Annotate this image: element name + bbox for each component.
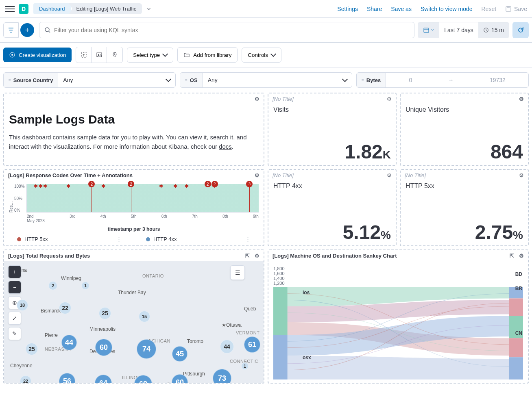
map-cluster-bubble[interactable]: 18 bbox=[17, 299, 28, 311]
link-icon[interactable]: ⇱ bbox=[245, 253, 250, 259]
expand-button[interactable]: ⤢ bbox=[8, 312, 21, 325]
kql-input[interactable] bbox=[54, 27, 409, 33]
add-from-library-button[interactable]: Add from library bbox=[177, 47, 238, 63]
legend-4xx[interactable]: HTTP 4xx bbox=[146, 236, 177, 242]
metric-label: Visits bbox=[273, 106, 391, 113]
map-cluster-bubble[interactable]: 25 bbox=[26, 343, 38, 355]
map-cluster-bubble[interactable]: 60 bbox=[95, 339, 112, 356]
legend-5xx[interactable]: HTTP 5xx bbox=[17, 236, 48, 242]
sankey-dest-bd: BD bbox=[515, 271, 522, 277]
map-cluster-bubble[interactable]: 56 bbox=[59, 373, 75, 383]
docs-link[interactable]: docs bbox=[219, 143, 232, 150]
metric-value: 864 bbox=[406, 142, 523, 162]
map-cluster-bubble[interactable]: 44 bbox=[220, 340, 234, 353]
switch-view-link[interactable]: Switch to view mode bbox=[421, 6, 473, 12]
save-button[interactable]: Save bbox=[505, 6, 527, 12]
svg-rect-15 bbox=[509, 298, 523, 316]
app-logo[interactable]: D bbox=[19, 4, 28, 14]
control-value[interactable]: Any bbox=[58, 73, 175, 87]
map-city-label: Toronto bbox=[187, 338, 203, 344]
link-icon[interactable]: ⇱ bbox=[510, 253, 514, 259]
map-canvas[interactable]: + − ⊕ ⤢ ✎ ☰ ONTARIOMICHIGANVERMONTCONNEC… bbox=[4, 261, 264, 383]
chevron-down-icon bbox=[166, 77, 170, 83]
refresh-button[interactable] bbox=[512, 22, 529, 38]
control-label: Source Country bbox=[4, 73, 58, 87]
map-cluster-bubble[interactable]: 1 bbox=[81, 282, 89, 290]
gear-icon[interactable]: ⚙ bbox=[255, 253, 259, 259]
map-cluster-bubble[interactable]: 1 bbox=[241, 362, 249, 370]
control-bytes[interactable]: Bytes 0 → 19732 bbox=[356, 72, 529, 88]
map-city-label: Québ bbox=[244, 306, 256, 312]
chevron-down-icon bbox=[271, 52, 275, 58]
gear-icon[interactable]: ⚙ bbox=[519, 253, 524, 259]
breadcrumb-dashboard[interactable]: Dashboard bbox=[33, 3, 71, 14]
control-os[interactable]: OS Any bbox=[180, 72, 352, 88]
folder-icon bbox=[183, 52, 190, 58]
share-link[interactable]: Share bbox=[367, 6, 382, 12]
select-type-button[interactable]: Select type bbox=[127, 48, 173, 63]
plot-area: ✱✱✱ ✱ 2 ✱ 2 ✱ ✱ ✱ 2 2 ✱ 3 ✱ bbox=[26, 184, 259, 213]
panel-http-5xx: [No Title]⚙ HTTP 5xx 2.75% bbox=[400, 169, 529, 246]
map-city-label: Bismarck bbox=[41, 308, 61, 314]
controls-button[interactable]: Controls bbox=[242, 48, 281, 63]
filter-toggle[interactable] bbox=[3, 22, 19, 38]
svg-point-6 bbox=[11, 54, 13, 56]
control-value[interactable]: Any bbox=[203, 73, 352, 87]
date-picker[interactable]: Last 7 days 15 m bbox=[418, 22, 509, 38]
calendar-icon[interactable] bbox=[418, 22, 439, 38]
nav-menu-toggle[interactable] bbox=[5, 4, 15, 14]
gear-icon[interactable]: ⚙ bbox=[519, 96, 524, 102]
map-cluster-bubble[interactable]: 22 bbox=[59, 302, 71, 314]
add-text-icon[interactable]: T bbox=[76, 47, 92, 63]
gear-icon[interactable]: ⚙ bbox=[387, 172, 392, 178]
map-region-label: VERMONT bbox=[236, 330, 260, 335]
map-cluster-bubble[interactable]: 2 bbox=[48, 281, 57, 290]
gear-icon[interactable]: ⚙ bbox=[255, 96, 259, 102]
refresh-interval[interactable]: 15 m bbox=[478, 22, 509, 38]
map-cluster-bubble[interactable]: 45 bbox=[172, 346, 188, 362]
svg-point-10 bbox=[98, 54, 99, 55]
save-as-link[interactable]: Save as bbox=[391, 6, 412, 12]
layers-button[interactable]: ☰ bbox=[230, 265, 245, 280]
zoom-in-button[interactable]: + bbox=[8, 265, 21, 278]
breadcrumb-current[interactable]: Editing [Logs] Web Traffic bbox=[69, 3, 142, 14]
date-range-value[interactable]: Last 7 days bbox=[439, 22, 478, 38]
add-filter-button[interactable]: + bbox=[20, 23, 34, 37]
map-cluster-bubble[interactable]: 61 bbox=[244, 336, 260, 353]
gear-icon[interactable]: ⚙ bbox=[255, 172, 259, 178]
kql-search-box[interactable] bbox=[39, 22, 414, 38]
sankey-chart[interactable]: 1,800 1,600 1,400 1,200 bbox=[268, 261, 528, 383]
map-cluster-bubble[interactable]: 44 bbox=[61, 335, 77, 350]
add-map-icon[interactable] bbox=[107, 47, 122, 63]
gear-icon[interactable]: ⚙ bbox=[387, 96, 392, 102]
response-chart[interactable]: Res… 100% 50% 0% ✱✱✱ ✱ 2 ✱ 2 ✱ ✱ ✱ 2 2 bbox=[9, 184, 259, 213]
map-city-label: Cheyenne bbox=[10, 363, 33, 369]
map-cluster-bubble[interactable]: 74 bbox=[137, 339, 156, 359]
sankey-dest-br: BR bbox=[515, 286, 522, 291]
map-city-label: ★Ottawa bbox=[222, 322, 242, 328]
panel-unique-visitors: ⚙ Unique Visitors 864 bbox=[400, 93, 529, 166]
settings-link[interactable]: Settings bbox=[337, 6, 358, 12]
zoom-out-button[interactable]: − bbox=[8, 281, 21, 294]
map-cluster-bubble[interactable]: 22 bbox=[20, 375, 31, 383]
map-cluster-bubble[interactable]: 73 bbox=[213, 369, 231, 383]
map-city-label: Pittsburgh bbox=[183, 371, 205, 377]
tools-button[interactable]: ✎ bbox=[8, 327, 21, 340]
reset-link[interactable]: Reset bbox=[482, 6, 497, 12]
svg-rect-18 bbox=[509, 357, 523, 379]
map-cluster-bubble[interactable]: 15 bbox=[139, 311, 150, 322]
panel-type-icons: T bbox=[76, 47, 123, 63]
map-city-label: Pierre bbox=[45, 332, 58, 338]
map-cluster-bubble[interactable]: 64 bbox=[95, 375, 112, 383]
map-cluster-bubble[interactable]: 25 bbox=[99, 307, 111, 319]
panel-http-4xx: [No Title]⚙ HTTP 4xx 5.12% bbox=[268, 169, 397, 246]
create-visualization-button[interactable]: Create visualization bbox=[3, 48, 72, 62]
add-image-icon[interactable] bbox=[92, 47, 107, 63]
control-source-country[interactable]: Source Country Any bbox=[3, 72, 176, 88]
control-range[interactable]: 0 → 19732 bbox=[386, 73, 528, 87]
svg-rect-1 bbox=[507, 7, 510, 8]
breadcrumb-chevron-icon[interactable] bbox=[146, 6, 152, 12]
gear-icon[interactable]: ⚙ bbox=[519, 172, 524, 178]
search-icon bbox=[44, 27, 51, 33]
svg-rect-12 bbox=[273, 287, 288, 335]
